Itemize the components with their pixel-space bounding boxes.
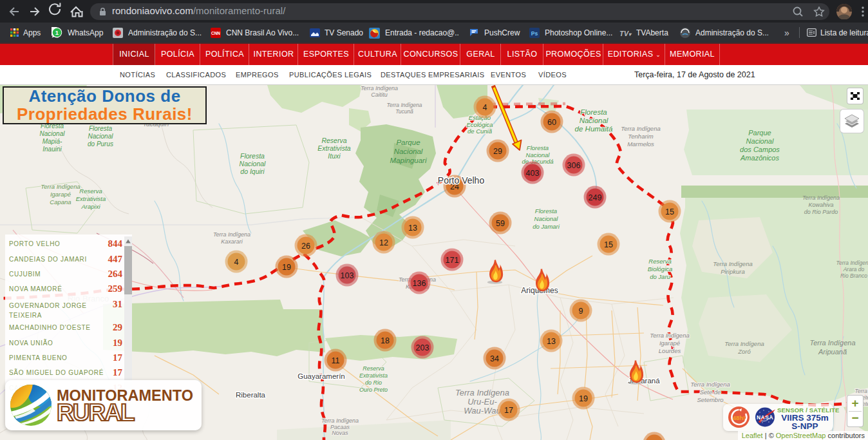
svg-text:19: 19: [282, 263, 291, 272]
svg-text:CNN: CNN: [211, 31, 220, 35]
svg-text:203: 203: [416, 343, 429, 352]
svg-text:26: 26: [301, 242, 310, 251]
svg-text:NASA: NASA: [757, 414, 773, 421]
svg-text:Terra IndígenaTenharimMarmelos: Terra IndígenaTenharimMarmelos: [621, 125, 660, 148]
svg-text:Terra IndígenaTucunã: Terra IndígenaTucunã: [387, 102, 422, 115]
svg-text:ReservaExtrativistaItuxi: ReservaExtrativistaItuxi: [317, 137, 351, 160]
svg-text:FlorestaNacionalde Humaitá: FlorestaNacionalde Humaitá: [575, 108, 613, 133]
svg-text:15: 15: [665, 207, 674, 216]
svg-text:Terra IndígenaIgarapéLourdes: Terra IndígenaIgarapéLourdes: [650, 332, 689, 354]
svg-text:FlorestaNacionaldo Iquiri: FlorestaNacionaldo Iquiri: [240, 152, 267, 175]
svg-text:48h!: 48h!: [733, 414, 746, 421]
svg-text:1: 1: [55, 29, 59, 36]
svg-text:19: 19: [579, 394, 588, 403]
svg-text:29: 29: [493, 147, 502, 156]
svg-text:15: 15: [604, 240, 613, 249]
svg-text:12: 12: [379, 238, 388, 247]
svg-text:9: 9: [579, 307, 583, 316]
svg-text:Terra IndígenaIgarapéCapana: Terra IndígenaIgarapéCapana: [41, 183, 80, 206]
svg-text:13: 13: [408, 224, 417, 233]
svg-text:4: 4: [234, 258, 239, 267]
svg-text:FlorestaNacionaldo Purus: FlorestaNacionaldo Purus: [88, 125, 113, 148]
svg-text:ReservaExtrativistaArapixi: ReservaExtrativistaArapixi: [76, 187, 106, 210]
svg-text:ReservaExtrativistado RioOuro: ReservaExtrativistado RioOuro Preto: [359, 365, 388, 393]
svg-text:11: 11: [332, 356, 340, 365]
svg-text:ReservaBiológicado Jaru: ReservaBiológicado Jaru: [648, 258, 673, 280]
svg-text:Riberalta: Riberalta: [236, 391, 266, 399]
svg-text:4: 4: [483, 103, 487, 112]
svg-text:306: 306: [567, 161, 581, 170]
svg-text:Guayaramerín: Guayaramerín: [297, 372, 345, 380]
svg-text:FlorestaNacionaldo Jamari: FlorestaNacionaldo Jamari: [533, 207, 560, 230]
svg-text:Terra IndígenaCaititu: Terra IndígenaCaititu: [361, 85, 398, 98]
svg-text:136: 136: [413, 279, 426, 288]
svg-text:403: 403: [526, 169, 540, 178]
svg-text:59: 59: [496, 219, 505, 228]
svg-text:34: 34: [490, 354, 499, 363]
svg-text:FlorestaNacionalde Jacundá: FlorestaNacionalde Jacundá: [522, 144, 553, 165]
svg-text:171: 171: [446, 256, 459, 265]
svg-text:Terra IndígenaKaxarari: Terra IndígenaKaxarari: [213, 231, 250, 245]
svg-text:Ps: Ps: [531, 30, 538, 37]
svg-text:18: 18: [381, 336, 390, 345]
svg-text:13: 13: [547, 337, 556, 346]
svg-text:Porto Velho: Porto Velho: [438, 175, 485, 186]
svg-text:103: 103: [341, 271, 354, 280]
svg-text:60: 60: [547, 118, 556, 127]
svg-text:249: 249: [589, 193, 602, 202]
svg-text:FlorestaNacionalMapiá-Inauini: FlorestaNacionalMapiá-Inauini: [40, 122, 66, 153]
svg-text:17: 17: [504, 406, 513, 415]
